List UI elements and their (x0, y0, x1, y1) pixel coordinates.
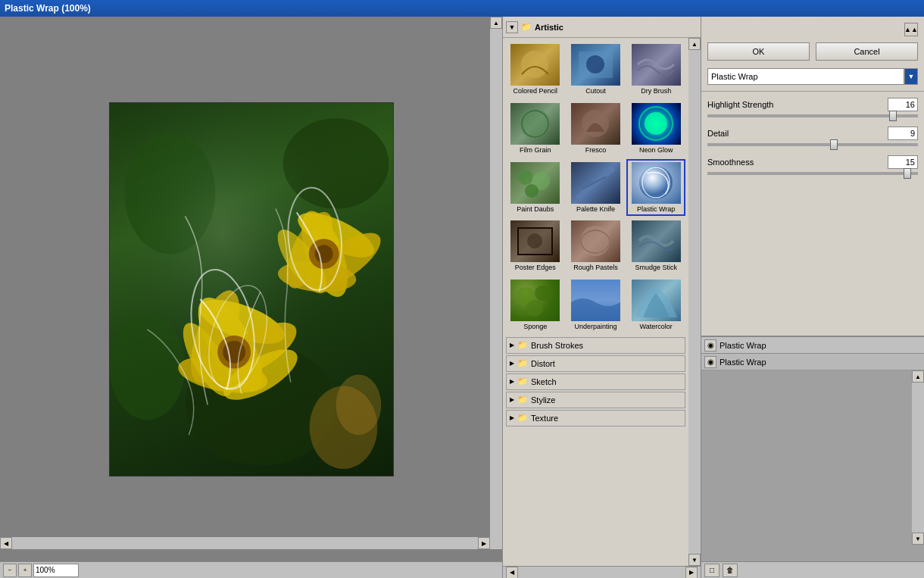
filter-vertical-scrollbar[interactable]: ▲ ▼ (688, 38, 701, 566)
filter-horizontal-scrollbar[interactable]: ◀ ▶ (503, 566, 701, 578)
filter-name-smudge-stick: Smudge Stick (635, 264, 677, 272)
smoothness-thumb[interactable] (904, 168, 911, 179)
canvas-area: ▲ ▼ ◀ ▶ − + 100% (0, 17, 502, 578)
highlight-strength-control: Highlight Strength 16 (707, 98, 918, 117)
filter-item-poster-edges[interactable]: Poster Edges (506, 217, 565, 275)
filter-thumb-smudge-stick (632, 220, 681, 262)
category-distort[interactable]: ▶ 📁 Distort (506, 355, 685, 372)
filter-name-colored-pencil: Colored Pencil (514, 87, 558, 95)
category-brush-strokes-label: Brush Strokes (531, 341, 583, 350)
detail-row: Detail 9 (707, 127, 918, 140)
highlight-strength-slider[interactable] (707, 114, 918, 117)
filter-item-rough-pastels[interactable]: Rough Pastels (567, 217, 626, 275)
category-distort-label: Distort (531, 359, 555, 368)
highlight-strength-row: Highlight Strength 16 (707, 98, 918, 111)
filter-thumb-colored-pencil (510, 44, 560, 86)
filter-select-dropdown[interactable]: Plastic Wrap (707, 68, 904, 85)
filter-scroll-right-btn[interactable]: ▶ (685, 567, 698, 579)
effects-scrollbar[interactable]: ▲ ▼ (912, 370, 924, 545)
filter-thumb-dry-brush (632, 44, 681, 86)
smoothness-slider[interactable] (707, 172, 918, 175)
svg-point-28 (586, 55, 604, 73)
highlight-strength-thumb[interactable] (889, 111, 897, 121)
svg-point-33 (518, 170, 533, 185)
image-canvas (109, 102, 394, 476)
smoothness-value[interactable]: 15 (888, 155, 918, 169)
scroll-left-button[interactable]: ◀ (0, 537, 12, 549)
svg-point-31 (645, 112, 667, 135)
detail-label: Detail (707, 129, 729, 138)
filter-thumb-plastic-wrap (632, 162, 681, 204)
detail-thumb[interactable] (830, 139, 838, 150)
effect-row-label: Plastic Wrap (720, 358, 766, 367)
filter-item-watercolor[interactable]: Watercolor (626, 277, 685, 334)
filter-item-paint-daubs[interactable]: Paint Daubs (506, 159, 565, 217)
filter-name-fresco: Fresco (585, 146, 607, 155)
filter-name-paint-daubs: Paint Daubs (517, 205, 554, 214)
canvas-viewport[interactable]: ▲ ▼ ◀ ▶ (0, 17, 502, 561)
filter-thumb-paint-daubs (510, 162, 560, 204)
expand-stylize-icon: ▶ (510, 396, 514, 403)
category-brush-strokes[interactable]: ▶ 📁 Brush Strokes (506, 337, 685, 354)
filter-name-underpainting: Underpainting (574, 323, 617, 331)
category-sketch[interactable]: ▶ 📁 Sketch (506, 373, 685, 390)
filter-item-neon-glow[interactable]: Neon Glow (626, 100, 685, 158)
filter-thumb-palette-knife (571, 162, 620, 204)
collapse-artistic-button[interactable]: ▼ (506, 21, 518, 33)
canvas-statusbar: − + 100% (0, 561, 502, 578)
filter-category-header[interactable]: ▼ 📁 Artistic (503, 17, 701, 38)
effect-row-plastic-wrap[interactable]: ◉ Plastic Wrap (701, 354, 924, 370)
scroll-up-button[interactable]: ▲ (490, 17, 502, 29)
highlight-strength-label: Highlight Strength (707, 100, 773, 109)
zoom-out-button[interactable]: − (3, 564, 17, 577)
ok-button[interactable]: OK (707, 42, 810, 61)
effects-header: ◉ Plastic Wrap (701, 337, 924, 354)
detail-slider[interactable] (707, 143, 918, 146)
folder-brush-strokes-icon: 📁 (517, 340, 528, 350)
filter-item-palette-knife[interactable]: Palette Knife (567, 159, 626, 217)
delete-effect-button[interactable]: 🗑 (723, 564, 738, 577)
filter-name-watercolor: Watercolor (640, 323, 673, 331)
svg-point-38 (527, 233, 542, 248)
zoom-controls[interactable]: − + 100% (3, 564, 79, 577)
filter-item-film-grain[interactable]: Film Grain (506, 100, 565, 158)
effects-scroll-up-btn[interactable]: ▲ (912, 370, 924, 383)
filter-item-underpainting[interactable]: Underpainting (567, 277, 626, 334)
scroll-right-button[interactable]: ▶ (478, 537, 490, 549)
canvas-horizontal-scrollbar[interactable]: ◀ ▶ (0, 537, 490, 549)
effect-row-eye-icon[interactable]: ◉ (704, 356, 716, 368)
filter-name-plastic-wrap: Plastic Wrap (637, 205, 675, 214)
filter-panel: ▼ 📁 Artistic Colored Pencil (502, 17, 701, 578)
collapse-settings-button[interactable]: ▲▲ (904, 23, 918, 36)
filter-item-smudge-stick[interactable]: Smudge Stick (626, 217, 685, 275)
canvas-vertical-scrollbar[interactable]: ▲ ▼ (490, 17, 502, 549)
category-stylize[interactable]: ▶ 📁 Stylize (506, 392, 685, 408)
highlight-strength-value[interactable]: 16 (888, 98, 918, 111)
filter-scroll-down-btn[interactable]: ▼ (688, 554, 701, 566)
new-effect-button[interactable]: □ (704, 564, 720, 577)
effects-scroll-down-btn[interactable]: ▼ (912, 533, 924, 545)
cancel-button[interactable]: Cancel (816, 42, 918, 61)
filter-item-sponge[interactable]: Sponge (506, 277, 565, 334)
filter-name-cutout: Cutout (585, 87, 606, 95)
filter-thumb-underpainting (571, 280, 620, 321)
filter-item-dry-brush[interactable]: Dry Brush (626, 41, 685, 98)
expand-brush-strokes-icon: ▶ (510, 342, 514, 348)
category-texture[interactable]: ▶ 📁 Texture (506, 410, 685, 426)
detail-value[interactable]: 9 (888, 127, 918, 140)
filter-item-plastic-wrap[interactable]: Plastic Wrap (626, 159, 685, 217)
filter-item-colored-pencil[interactable]: Colored Pencil (506, 41, 565, 98)
filter-scroll-left-btn[interactable]: ◀ (506, 567, 518, 579)
filter-scroll-up-btn[interactable]: ▲ (688, 38, 701, 50)
main-layout: ▲ ▼ ◀ ▶ − + 100% ▼ 📁 Artis (0, 17, 924, 578)
category-texture-label: Texture (531, 414, 558, 423)
zoom-select[interactable]: 100% (33, 564, 79, 577)
filter-item-fresco[interactable]: Fresco (567, 100, 626, 158)
filter-select-arrow[interactable]: ▼ (904, 68, 918, 85)
category-sketch-label: Sketch (531, 377, 557, 386)
filter-thumb-poster-edges (510, 220, 560, 262)
filter-item-cutout[interactable]: Cutout (567, 41, 626, 98)
filter-thumb-fresco (571, 103, 620, 145)
effect-visibility-icon[interactable]: ◉ (704, 339, 716, 351)
zoom-in-button[interactable]: + (18, 564, 32, 577)
